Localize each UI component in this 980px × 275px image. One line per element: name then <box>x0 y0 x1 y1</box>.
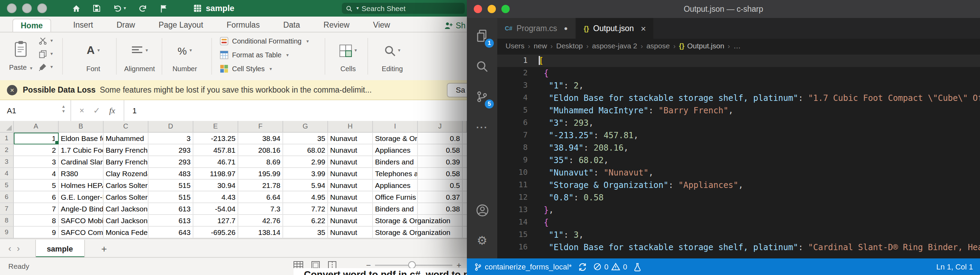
code-line-content[interactable]: "Muhammed MacIntyre": "Barry French", <box>539 104 733 117</box>
ribbon-tab-formulas[interactable]: Formulas <box>225 19 261 32</box>
cell-B4[interactable]: R380 <box>59 168 103 180</box>
cell-I2[interactable]: Appliances <box>373 145 418 156</box>
code-line-7[interactable]: 7 "-213.25": 457.81, <box>497 129 980 141</box>
alignment-group-button[interactable]: ▾ Alignment <box>119 38 160 73</box>
code-line-11[interactable]: 11 "Storage & Organization": "Appliances… <box>497 179 980 191</box>
cell-F7[interactable]: 7.3 <box>238 203 283 215</box>
code-line-content[interactable]: "Eldon Base for stackable storage shelf,… <box>539 241 980 254</box>
cell-E2[interactable]: 457.81 <box>193 145 238 156</box>
cell-A7[interactable]: 7 <box>14 203 59 215</box>
cell-E5[interactable]: 30.94 <box>193 180 238 191</box>
sheet-nav-left-icon[interactable]: ‹ <box>8 243 11 254</box>
code-line-2[interactable]: 2 { <box>497 67 980 79</box>
cell-A4[interactable]: 4 <box>14 168 59 180</box>
search-icon[interactable] <box>467 51 497 81</box>
cell-J1[interactable]: 0.8 <box>418 133 463 145</box>
cell-F9[interactable]: 138.14 <box>238 227 283 238</box>
cell-C3[interactable]: Barry French <box>103 156 148 168</box>
cell-J4[interactable]: 0.58 <box>418 168 463 180</box>
cell-A8[interactable]: 8 <box>14 215 59 227</box>
code-line-content[interactable]: "-213.25": 457.81, <box>539 129 638 141</box>
cell-C1[interactable]: Muhammed <box>103 133 148 145</box>
ribbon-tab-view[interactable]: View <box>372 19 391 32</box>
name-box-stepper[interactable]: ▲▼ <box>62 104 65 113</box>
column-header-C[interactable]: C <box>103 121 148 133</box>
cell-G5[interactable]: 5.94 <box>283 180 328 191</box>
code-line-content[interactable]: "3": 293, <box>539 117 593 129</box>
cell-B7[interactable]: Angle-D Bind <box>59 203 103 215</box>
search-sheet-field[interactable]: ▾ Search Sheet <box>342 3 465 14</box>
cell-I8[interactable]: Storage & Organization <box>373 215 418 227</box>
cell-H7[interactable]: Nunavut <box>328 203 373 215</box>
code-line-10[interactable]: 10 "Nunavut": "Nunavut", <box>497 167 980 179</box>
copy-button[interactable]: ▾ <box>39 50 53 58</box>
code-line-content[interactable]: "Nunavut": "Nunavut", <box>539 167 653 179</box>
cell-F4[interactable]: 195.99 <box>238 168 283 180</box>
cell-C5[interactable]: Carlos Solter <box>103 180 148 191</box>
cell-F6[interactable]: 6.64 <box>238 191 283 203</box>
cell-styles-button[interactable]: Cell Styles ▾ <box>220 64 309 74</box>
sheet-nav-right-icon[interactable]: › <box>17 243 20 254</box>
beaker-button[interactable] <box>633 262 641 271</box>
cell-H1[interactable]: Nunavut <box>328 133 373 145</box>
code-line-content[interactable]: { <box>539 67 549 79</box>
tab-output-json[interactable]: {} Output.json × <box>576 18 654 39</box>
breadcrumb-item[interactable]: Desktop <box>556 41 583 50</box>
code-line-content[interactable]: "0.8": 0.58 <box>539 191 604 204</box>
column-header-E[interactable]: E <box>193 121 238 133</box>
row-header-5[interactable]: 5 <box>0 180 14 191</box>
breadcrumb-tail[interactable]: … <box>733 41 741 50</box>
column-header-F[interactable]: F <box>238 121 283 133</box>
cell-B6[interactable]: G.E. Longer-L <box>59 191 103 203</box>
row-header-3[interactable]: 3 <box>0 156 14 168</box>
format-as-table-button[interactable]: Format as Table ▾ <box>220 50 309 60</box>
enter-icon[interactable]: ✓ <box>93 106 100 115</box>
row-header-1[interactable]: 1 <box>0 133 14 145</box>
cell-D8[interactable]: 613 <box>148 215 193 227</box>
cell-B1[interactable]: Eldon Base fo <box>59 133 103 145</box>
code-line-5[interactable]: 5 "Muhammed MacIntyre": "Barry French", <box>497 104 980 117</box>
save-icon[interactable] <box>92 4 101 13</box>
cell-H5[interactable]: Nunavut <box>328 180 373 191</box>
column-header-G[interactable]: G <box>283 121 328 133</box>
cell-C9[interactable]: Monica Fede <box>103 227 148 238</box>
cell-D9[interactable]: 643 <box>148 227 193 238</box>
share-button[interactable]: Sh <box>444 21 466 30</box>
breadcrumb-item[interactable]: aspose-java 2 <box>592 41 638 50</box>
font-group-button[interactable]: A▾ Font <box>69 38 118 73</box>
source-control-icon[interactable]: 5 <box>467 81 497 112</box>
cut-button[interactable]: ▾ <box>39 37 53 45</box>
undo-icon[interactable]: ▾ <box>113 4 126 13</box>
breadcrumb-item[interactable]: aspose <box>646 41 670 50</box>
breadcrumb-item[interactable]: new <box>534 41 547 50</box>
code-line-12[interactable]: 12 "0.8": 0.58 <box>497 191 980 204</box>
row-header-4[interactable]: 4 <box>0 168 14 180</box>
cell-C4[interactable]: Clay Rozenda <box>103 168 148 180</box>
sync-button[interactable] <box>578 262 587 271</box>
code-line-content[interactable]: "1": 2, <box>539 79 584 92</box>
cell-E9[interactable]: -695.26 <box>193 227 238 238</box>
cell-F8[interactable]: 42.76 <box>238 215 283 227</box>
code-line-content[interactable]: "Eldon Base for stackable storage shelf,… <box>539 92 980 104</box>
close-window-button[interactable] <box>7 3 17 13</box>
column-header-D[interactable]: D <box>148 121 193 133</box>
cell-I5[interactable]: Appliances <box>373 180 418 191</box>
cell-B2[interactable]: 1.7 Cubic Foo <box>59 145 103 156</box>
insert-function-icon[interactable]: fx <box>109 105 115 116</box>
cell-H9[interactable]: Nunavut <box>328 227 373 238</box>
cell-J3[interactable]: 0.39 <box>418 156 463 168</box>
modified-dot-icon[interactable]: ● <box>564 25 568 32</box>
code-line-content[interactable]: "38.94": 208.16, <box>539 141 628 154</box>
save-as-button[interactable]: Sa <box>447 83 467 97</box>
sheet-tab-sample[interactable]: sample <box>35 239 84 258</box>
settings-gear-icon[interactable]: ⚙ <box>467 225 497 256</box>
row-header-2[interactable]: 2 <box>0 145 14 156</box>
row-header-7[interactable]: 7 <box>0 203 14 215</box>
formula-input[interactable]: 1 <box>124 100 137 121</box>
cell-G4[interactable]: 3.99 <box>283 168 328 180</box>
code-line-1[interactable]: 1[ <box>497 55 980 67</box>
cell-E1[interactable]: -213.25 <box>193 133 238 145</box>
row-header-9[interactable]: 9 <box>0 227 14 238</box>
home-icon[interactable] <box>72 4 81 13</box>
cell-G2[interactable]: 68.02 <box>283 145 328 156</box>
